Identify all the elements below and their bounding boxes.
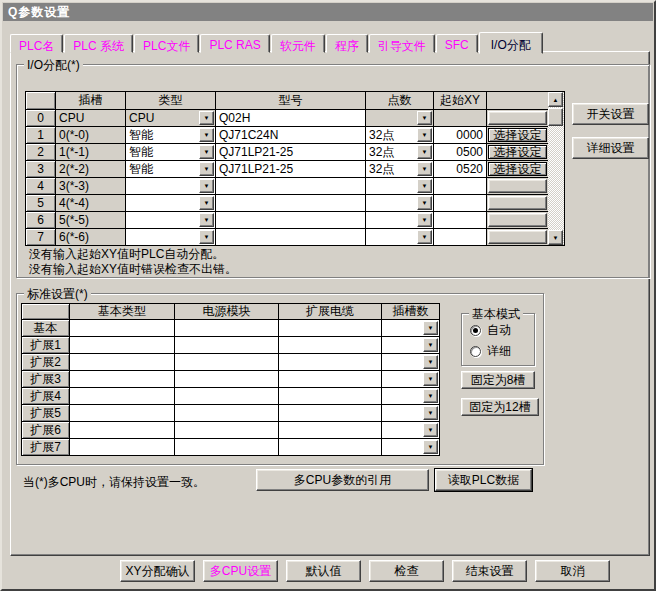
std-base-type-cell[interactable]: [70, 388, 175, 405]
std-cable-cell[interactable]: [279, 337, 382, 354]
io-type-dropdown[interactable]: ▼: [126, 212, 216, 229]
fix-8-slots-button[interactable]: 固定为8槽: [461, 371, 535, 389]
tab-io-assignment[interactable]: I/O分配: [479, 32, 543, 54]
dropdown-arrow-icon[interactable]: ▼: [417, 162, 432, 176]
std-base-type-cell[interactable]: [70, 354, 175, 371]
check-button[interactable]: 检查: [369, 560, 444, 582]
io-type-dropdown[interactable]: CPU▼: [126, 110, 216, 127]
io-row-number[interactable]: 1: [26, 127, 56, 144]
tab-sfc[interactable]: SFC: [436, 34, 478, 53]
base-mode-option-auto[interactable]: 自动: [470, 322, 534, 339]
std-power-cell[interactable]: [175, 371, 279, 388]
dropdown-arrow-icon[interactable]: ▼: [199, 162, 214, 176]
std-row-label[interactable]: 扩展3: [22, 371, 70, 388]
std-cable-cell[interactable]: [279, 388, 382, 405]
std-row-label[interactable]: 扩展1: [22, 337, 70, 354]
default-values-button[interactable]: 默认值: [286, 560, 361, 582]
io-points-dropdown[interactable]: ▼: [366, 178, 434, 195]
io-model-cell[interactable]: QJ71LP21-25: [216, 161, 366, 178]
io-row-number[interactable]: 4: [26, 178, 56, 195]
dropdown-arrow-icon[interactable]: ▼: [423, 355, 438, 369]
std-row-label[interactable]: 扩展5: [22, 405, 70, 422]
cancel-button[interactable]: 取消: [535, 560, 610, 582]
radio-checked-icon[interactable]: [470, 325, 481, 336]
io-row-number[interactable]: 0: [26, 110, 56, 127]
io-model-cell[interactable]: QJ71C24N: [216, 127, 366, 144]
io-type-dropdown[interactable]: ▼: [126, 195, 216, 212]
io-startxy-cell[interactable]: [434, 195, 487, 212]
std-slots-dropdown[interactable]: ▼: [382, 439, 440, 456]
dropdown-arrow-icon[interactable]: ▼: [417, 111, 432, 125]
io-model-cell[interactable]: [216, 178, 366, 195]
io-startxy-cell[interactable]: 0500: [434, 144, 487, 161]
read-plc-data-button[interactable]: 读取PLC数据: [435, 469, 532, 491]
dropdown-arrow-icon[interactable]: ▼: [417, 213, 432, 227]
dropdown-arrow-icon[interactable]: ▼: [417, 179, 432, 193]
tab-boot-file[interactable]: 引导文件: [369, 34, 435, 53]
io-startxy-cell[interactable]: [434, 229, 487, 246]
std-row-label[interactable]: 扩展6: [22, 422, 70, 439]
io-startxy-cell[interactable]: 0520: [434, 161, 487, 178]
std-slots-dropdown[interactable]: ▼: [382, 337, 440, 354]
io-startxy-cell[interactable]: [434, 178, 487, 195]
io-startxy-cell[interactable]: [434, 212, 487, 229]
std-base-type-cell[interactable]: [70, 337, 175, 354]
dropdown-arrow-icon[interactable]: ▼: [417, 145, 432, 159]
std-cable-cell[interactable]: [279, 405, 382, 422]
std-slots-dropdown[interactable]: ▼: [382, 405, 440, 422]
io-type-dropdown[interactable]: ▼: [126, 178, 216, 195]
io-startxy-cell[interactable]: 0000: [434, 127, 487, 144]
io-points-dropdown[interactable]: 32点▼: [366, 144, 434, 161]
dropdown-arrow-icon[interactable]: ▼: [417, 196, 432, 210]
io-model-cell[interactable]: [216, 212, 366, 229]
tab-plc-file[interactable]: PLC文件: [134, 34, 199, 53]
tab-plc-name[interactable]: PLC名: [10, 34, 63, 53]
dropdown-arrow-icon[interactable]: ▼: [423, 372, 438, 386]
switch-settings-button[interactable]: 开关设置: [572, 103, 649, 125]
multi-cpu-param-reference-button[interactable]: 多CPU参数的引用: [256, 469, 429, 491]
dropdown-arrow-icon[interactable]: ▼: [199, 111, 214, 125]
xy-assignment-confirm-button[interactable]: XY分配确认: [120, 560, 195, 582]
io-points-dropdown[interactable]: ▼: [366, 212, 434, 229]
select-setting-button[interactable]: 选择设定: [488, 128, 547, 142]
dropdown-arrow-icon[interactable]: ▼: [199, 213, 214, 227]
std-row-label[interactable]: 扩展2: [22, 354, 70, 371]
io-model-cell[interactable]: Q02H: [216, 110, 366, 127]
end-setup-button[interactable]: 结束设置: [452, 560, 527, 582]
dropdown-arrow-icon[interactable]: ▼: [199, 179, 214, 193]
dropdown-arrow-icon[interactable]: ▼: [423, 321, 438, 335]
std-base-type-cell[interactable]: [70, 405, 175, 422]
io-points-dropdown[interactable]: ▼: [366, 229, 434, 246]
tab-plc-ras[interactable]: PLC RAS: [200, 34, 269, 53]
dropdown-arrow-icon[interactable]: ▼: [423, 338, 438, 352]
io-row-number[interactable]: 5: [26, 195, 56, 212]
dropdown-arrow-icon[interactable]: ▼: [199, 128, 214, 142]
radio-unchecked-icon[interactable]: [470, 346, 481, 357]
io-model-cell[interactable]: [216, 229, 366, 246]
std-slots-dropdown[interactable]: ▼: [382, 371, 440, 388]
std-power-cell[interactable]: [175, 439, 279, 456]
std-base-type-cell[interactable]: [70, 422, 175, 439]
dropdown-arrow-icon[interactable]: ▼: [423, 440, 438, 454]
io-points-dropdown[interactable]: ▼: [366, 110, 434, 127]
std-base-type-cell[interactable]: [70, 371, 175, 388]
std-power-cell[interactable]: [175, 422, 279, 439]
std-cable-cell[interactable]: [279, 371, 382, 388]
std-base-type-cell[interactable]: [70, 439, 175, 456]
std-slots-dropdown[interactable]: ▼: [382, 320, 440, 337]
std-slots-dropdown[interactable]: ▼: [382, 388, 440, 405]
io-row-number[interactable]: 7: [26, 229, 56, 246]
io-type-dropdown[interactable]: 智能▼: [126, 161, 216, 178]
io-row-number[interactable]: 2: [26, 144, 56, 161]
std-cable-cell[interactable]: [279, 422, 382, 439]
std-row-label[interactable]: 扩展4: [22, 388, 70, 405]
io-model-cell[interactable]: [216, 195, 366, 212]
io-points-dropdown[interactable]: ▼: [366, 195, 434, 212]
std-cable-cell[interactable]: [279, 439, 382, 456]
dropdown-arrow-icon[interactable]: ▼: [423, 389, 438, 403]
std-slots-dropdown[interactable]: ▼: [382, 422, 440, 439]
io-type-dropdown[interactable]: ▼: [126, 229, 216, 246]
io-points-dropdown[interactable]: 32点▼: [366, 161, 434, 178]
io-row-number[interactable]: 3: [26, 161, 56, 178]
select-setting-button[interactable]: 选择设定: [488, 145, 547, 159]
